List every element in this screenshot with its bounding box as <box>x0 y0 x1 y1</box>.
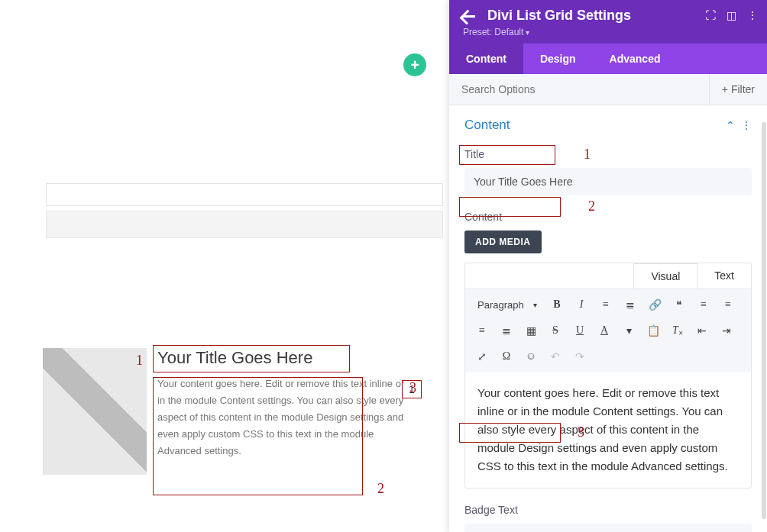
table-icon[interactable]: ▦ <box>522 321 540 340</box>
back-arrow-icon[interactable] <box>461 10 477 22</box>
strike-icon[interactable]: S <box>546 321 565 340</box>
underline-icon[interactable]: U <box>571 321 589 340</box>
tab-design[interactable]: Design <box>523 44 593 74</box>
expand-icon[interactable]: ⛶ <box>705 9 716 21</box>
bold-icon[interactable]: B <box>548 295 566 314</box>
undo-icon[interactable]: ↶ <box>546 347 565 366</box>
badge-text-label: Badge Text <box>464 501 752 519</box>
filter-button[interactable]: + Filter <box>709 74 767 105</box>
rich-text-editor: Visual Text Paragraph B I ≡ ≣ 🔗 ❝ ≡ ≡ ≡ … <box>464 263 752 488</box>
editor-tab-visual[interactable]: Visual <box>633 263 697 289</box>
editor-toolbar: Paragraph B I ≡ ≣ 🔗 ❝ ≡ ≡ ≡ ≣ ▦ S U A ▾ <box>465 289 751 372</box>
preview-body[interactable]: Your content goes here. Edit or remove t… <box>157 376 443 459</box>
text-color-icon[interactable]: A <box>595 321 613 340</box>
editor-tab-text[interactable]: Text <box>697 263 751 289</box>
scrollbar[interactable] <box>762 122 766 519</box>
menu-dots-icon[interactable]: ⋮ <box>747 9 758 21</box>
search-row: + Filter <box>449 74 767 105</box>
title-input[interactable]: Your Title Goes Here <box>464 168 752 195</box>
omega-icon[interactable]: Ω <box>497 347 516 366</box>
annotation-number: 1 <box>136 353 143 369</box>
indent-icon[interactable]: ⇥ <box>717 321 736 340</box>
empty-row-1[interactable] <box>46 183 443 206</box>
italic-icon[interactable]: I <box>572 295 591 314</box>
link-icon[interactable]: 🔗 <box>646 295 664 314</box>
bullet-list-icon[interactable]: ≡ <box>597 295 615 314</box>
layout-icon[interactable]: ◫ <box>727 9 736 21</box>
settings-panel: Divi List Grid Settings Preset: Default … <box>449 0 767 532</box>
fullscreen-icon[interactable]: ⤢ <box>473 347 491 366</box>
paste-icon[interactable]: 📋 <box>644 321 662 340</box>
content-field-label: Content <box>464 208 752 226</box>
tab-content[interactable]: Content <box>449 44 523 74</box>
badge-text-input[interactable]: 1 <box>464 524 752 532</box>
chevron-up-icon[interactable]: ⌃ <box>726 119 735 131</box>
outdent-icon[interactable]: ⇤ <box>693 321 711 340</box>
preview-title[interactable]: Your Title Goes Here <box>157 348 443 368</box>
align-justify-icon[interactable]: ≣ <box>497 321 516 340</box>
paragraph-format-select[interactable]: Paragraph <box>473 295 542 314</box>
number-list-icon[interactable]: ≣ <box>621 295 639 314</box>
editor-content[interactable]: Your content goes here. Edit or remove t… <box>465 372 751 488</box>
placeholder-image-icon <box>43 348 147 475</box>
annotation-number: 3 <box>578 424 584 440</box>
preview-canvas: + Your Title Goes Here Your content goes… <box>0 0 449 532</box>
panel-body: Content ⌃ ⋮ Title Your Title Goes Here C… <box>449 105 767 532</box>
align-center-icon[interactable]: ≡ <box>473 321 491 340</box>
search-input[interactable] <box>449 74 709 105</box>
align-left-icon[interactable]: ≡ <box>694 295 713 314</box>
section-dots-icon[interactable]: ⋮ <box>741 119 752 131</box>
add-module-button[interactable]: + <box>403 53 426 76</box>
preview-card: Your Title Goes Here Your content goes h… <box>43 348 443 482</box>
redo-icon[interactable]: ↷ <box>571 347 589 366</box>
quote-icon[interactable]: ❝ <box>670 295 688 314</box>
preset-dropdown[interactable]: Preset: Default <box>463 27 755 37</box>
tab-advanced[interactable]: Advanced <box>593 44 678 74</box>
panel-title: Divi List Grid Settings <box>487 8 631 24</box>
empty-row-2[interactable] <box>46 211 443 238</box>
annotation-number: 3 <box>409 380 416 396</box>
annotation-number: 2 <box>588 198 595 214</box>
align-right-icon[interactable]: ≡ <box>719 295 737 314</box>
title-field-label: Title <box>464 145 752 163</box>
color-caret-icon[interactable]: ▾ <box>620 321 638 340</box>
annotation-number: 2 <box>377 481 384 497</box>
panel-header: Divi List Grid Settings Preset: Default … <box>449 0 767 44</box>
emoji-icon[interactable]: ☺ <box>522 347 540 366</box>
settings-tabs: Content Design Advanced <box>449 44 767 74</box>
annotation-number: 1 <box>584 147 591 163</box>
clear-format-icon[interactable]: Tₓ <box>668 321 687 340</box>
section-title[interactable]: Content <box>464 118 510 133</box>
add-media-button[interactable]: ADD MEDIA <box>464 231 542 253</box>
